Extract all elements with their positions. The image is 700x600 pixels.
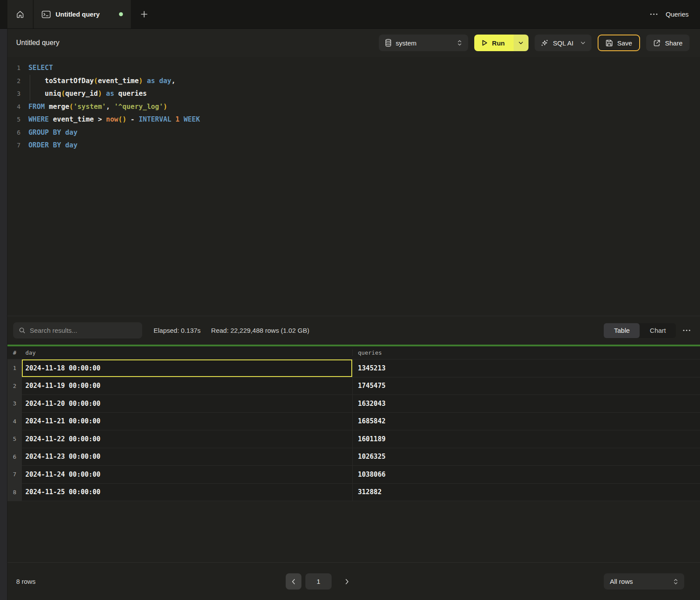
new-tab-button[interactable] bbox=[131, 0, 157, 28]
code-text: toStartOfDay(event_time) as day, bbox=[21, 75, 175, 88]
queries-cell[interactable]: 1745475 bbox=[353, 377, 700, 395]
home-button[interactable] bbox=[7, 0, 33, 28]
queries-cell[interactable]: 1026325 bbox=[353, 448, 700, 466]
day-cell[interactable]: 2024-11-23 00:00:00 bbox=[22, 448, 353, 466]
chevron-up-down-icon bbox=[457, 39, 462, 46]
window-menu-button[interactable] bbox=[650, 13, 658, 15]
chevron-up-down-icon bbox=[673, 578, 678, 585]
results-toolbar: Elapsed: 0.137s Read: 22,229,488 rows (1… bbox=[7, 316, 700, 345]
row-number-cell[interactable]: 4 bbox=[7, 413, 22, 430]
next-page-button[interactable] bbox=[339, 573, 355, 590]
view-tab-table[interactable]: Table bbox=[604, 323, 640, 338]
tab-bar-right: Queries bbox=[650, 0, 700, 28]
share-button[interactable]: Share bbox=[646, 35, 690, 51]
current-page-button[interactable]: 1 bbox=[305, 573, 332, 590]
query-toolbar: Untitled query system bbox=[7, 29, 700, 57]
day-cell[interactable]: 2024-11-24 00:00:00 bbox=[22, 466, 353, 483]
day-cell[interactable]: 2024-11-25 00:00:00 bbox=[22, 484, 353, 501]
elapsed-stat: Elapsed: 0.137s bbox=[154, 327, 201, 334]
run-button-group: Run bbox=[474, 35, 528, 51]
row-number-cell[interactable]: 1 bbox=[7, 359, 22, 377]
queries-cell[interactable]: 1345213 bbox=[353, 359, 700, 377]
code-line[interactable]: 5WHERE event_time > now() - INTERVAL 1 W… bbox=[7, 113, 700, 126]
column-header-queries[interactable]: queries bbox=[353, 349, 700, 356]
row-number-cell[interactable]: 5 bbox=[7, 430, 22, 448]
code-text: GROUP BY day bbox=[21, 126, 77, 140]
ellipsis-icon bbox=[683, 329, 690, 331]
results-menu-button[interactable] bbox=[683, 329, 690, 331]
row-number-cell[interactable]: 8 bbox=[7, 484, 22, 501]
table-row: 42024-11-21 00:00:001685842 bbox=[7, 413, 700, 431]
queries-cell[interactable]: 1038066 bbox=[353, 466, 700, 483]
run-options-button[interactable] bbox=[514, 35, 528, 51]
database-selector-value: system bbox=[396, 39, 417, 47]
sparkles-icon bbox=[541, 39, 549, 47]
run-button[interactable]: Run bbox=[474, 35, 514, 51]
run-button-label: Run bbox=[492, 39, 505, 47]
code-line[interactable]: 4FROM merge('system', '^query_log') bbox=[7, 101, 700, 114]
code-text: SELECT bbox=[21, 62, 53, 75]
database-selector[interactable]: system bbox=[379, 35, 468, 51]
chevron-left-icon bbox=[292, 579, 295, 584]
line-number: 7 bbox=[7, 139, 21, 152]
save-button[interactable]: Save bbox=[598, 35, 640, 51]
table-row: 52024-11-22 00:00:001601189 bbox=[7, 430, 700, 448]
row-number-cell[interactable]: 2 bbox=[7, 377, 22, 395]
queries-cell[interactable]: 1685842 bbox=[353, 413, 700, 430]
search-results-box[interactable] bbox=[13, 322, 142, 338]
queries-link[interactable]: Queries bbox=[665, 10, 689, 18]
code-line[interactable]: 6GROUP BY day bbox=[7, 126, 700, 140]
day-cell[interactable]: 2024-11-21 00:00:00 bbox=[22, 413, 353, 430]
table-row: 22024-11-19 00:00:001745475 bbox=[7, 377, 700, 395]
page-size-selector[interactable]: All rows bbox=[604, 573, 684, 590]
page-title: Untitled query bbox=[16, 39, 60, 47]
code-line[interactable]: 2 toStartOfDay(event_time) as day, bbox=[7, 75, 700, 88]
tab-bar: Untitled query Queries bbox=[0, 0, 700, 29]
sql-ai-label: SQL AI bbox=[553, 39, 574, 47]
queries-cell[interactable]: 1632043 bbox=[353, 395, 700, 412]
row-number-cell[interactable]: 6 bbox=[7, 448, 22, 466]
chevron-down-icon bbox=[581, 42, 585, 45]
database-icon bbox=[385, 39, 392, 47]
view-tab-chart[interactable]: Chart bbox=[640, 323, 676, 338]
tab-label: Untitled query bbox=[56, 10, 114, 18]
day-cell[interactable]: 2024-11-19 00:00:00 bbox=[22, 377, 353, 395]
table-row: 72024-11-24 00:00:001038066 bbox=[7, 466, 700, 484]
row-number-cell[interactable]: 3 bbox=[7, 395, 22, 412]
queries-cell[interactable]: 1601189 bbox=[353, 430, 700, 448]
table-header-row: # day queries bbox=[7, 346, 700, 359]
page-size-value: All rows bbox=[610, 578, 633, 585]
chevron-right-icon bbox=[345, 579, 349, 584]
unsaved-changes-dot bbox=[119, 12, 123, 16]
home-icon bbox=[16, 10, 24, 19]
code-text: uniq(query_id) as queries bbox=[21, 87, 147, 101]
line-number: 2 bbox=[7, 75, 21, 88]
previous-page-button[interactable] bbox=[286, 573, 301, 590]
sql-console-window: Untitled query Queries bbox=[0, 0, 700, 600]
line-number: 6 bbox=[7, 126, 21, 140]
play-icon bbox=[481, 39, 488, 46]
day-cell[interactable]: 2024-11-20 00:00:00 bbox=[22, 395, 353, 412]
code-text: ORDER BY day bbox=[21, 139, 77, 152]
left-rail bbox=[0, 29, 7, 600]
queries-cell[interactable]: 312882 bbox=[353, 484, 700, 501]
tab-untitled-query[interactable]: Untitled query bbox=[34, 0, 131, 28]
results-empty-area bbox=[7, 501, 700, 562]
ellipsis-icon bbox=[650, 13, 658, 15]
line-number: 3 bbox=[7, 87, 21, 101]
day-cell[interactable]: 2024-11-18 00:00:00 bbox=[22, 359, 353, 377]
row-number-cell[interactable]: 7 bbox=[7, 466, 22, 483]
day-cell[interactable]: 2024-11-22 00:00:00 bbox=[22, 430, 353, 448]
chevron-down-icon bbox=[518, 42, 523, 45]
code-line[interactable]: 1SELECT bbox=[7, 62, 700, 75]
sql-ai-button[interactable]: SQL AI bbox=[535, 35, 592, 51]
table-row: 12024-11-18 00:00:001345213 bbox=[7, 359, 700, 377]
table-row: 62024-11-23 00:00:001026325 bbox=[7, 448, 700, 466]
search-results-input[interactable] bbox=[30, 327, 136, 334]
search-icon bbox=[19, 327, 25, 334]
column-header-day[interactable]: day bbox=[22, 349, 353, 356]
code-line[interactable]: 3 uniq(query_id) as queries bbox=[7, 87, 700, 101]
sql-editor[interactable]: 1SELECT2 toStartOfDay(event_time) as day… bbox=[7, 57, 700, 316]
line-number: 5 bbox=[7, 113, 21, 126]
code-line[interactable]: 7ORDER BY day bbox=[7, 139, 700, 152]
